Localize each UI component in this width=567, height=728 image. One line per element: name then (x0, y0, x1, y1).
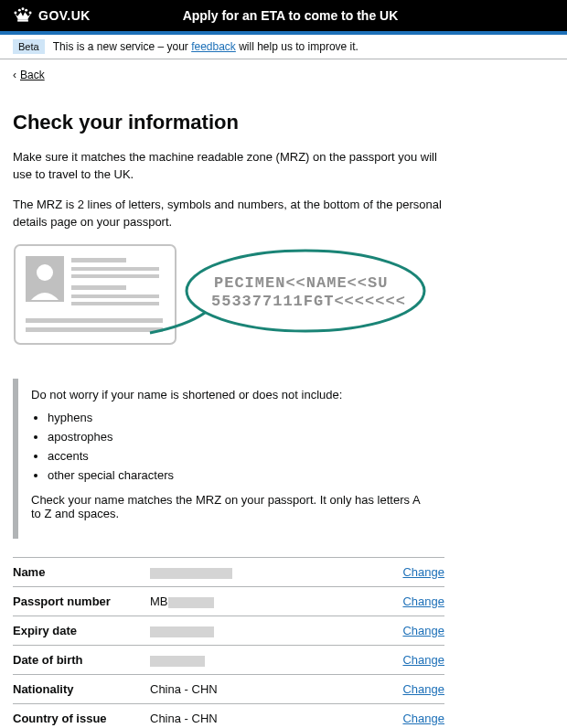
inset-text: Do not worry if your name is shortened o… (13, 379, 444, 539)
back-caret-icon: ‹ (13, 69, 16, 81)
inset-item: other special characters (48, 468, 432, 482)
govuk-logo-text: GOV.UK (38, 8, 91, 23)
summary-value: MB (150, 594, 402, 608)
summary-row: Country of issueChina - CHNChange (13, 704, 444, 728)
change-link[interactable]: Change (402, 565, 444, 579)
summary-value: China - CHN (150, 712, 402, 725)
svg-rect-10 (71, 267, 159, 271)
gov-header: GOV.UK Apply for an ETA to come to the U… (0, 0, 567, 31)
phase-banner: Beta This is a new service – your feedba… (0, 35, 567, 59)
svg-rect-13 (71, 294, 159, 298)
svg-point-3 (25, 9, 27, 12)
phase-text-before: This is a new service – your (53, 40, 191, 53)
beta-tag: Beta (13, 39, 45, 54)
svg-rect-9 (71, 258, 126, 262)
summary-row: NationalityChina - CHNChange (13, 675, 444, 704)
intro-text-2: The MRZ is 2 lines of letters, symbols a… (13, 197, 444, 231)
passport-mrz-illustration: PECIMEN<<NAME<<SU 553377111FGT<<<<<<< (13, 243, 444, 362)
svg-point-8 (37, 264, 53, 281)
summary-key: Expiry date (13, 624, 150, 637)
summary-key: Passport number (13, 594, 150, 608)
summary-key: Name (13, 565, 150, 579)
inset-tail: Check your name matches the MRZ on your … (31, 493, 432, 520)
summary-row: Passport numberMBChange (13, 587, 444, 616)
page-title: Check your information (13, 111, 444, 134)
change-link[interactable]: Change (402, 594, 444, 608)
summary-key: Date of birth (13, 653, 150, 667)
summary-value (150, 565, 402, 579)
summary-value: China - CHN (150, 682, 402, 696)
redacted-block (150, 656, 205, 667)
svg-rect-12 (71, 285, 126, 290)
service-name: Apply for an ETA to come to the UK (91, 8, 490, 23)
summary-value (150, 624, 402, 637)
change-link[interactable]: Change (402, 653, 444, 667)
feedback-link[interactable]: feedback (191, 40, 236, 53)
summary-list: NameChangePassport numberMBChangeExpiry … (13, 557, 444, 728)
inset-item: hyphens (48, 411, 432, 424)
phase-text-after: will help us to improve it. (236, 40, 358, 53)
svg-rect-15 (26, 318, 163, 323)
svg-rect-11 (71, 274, 159, 278)
summary-key: Country of issue (13, 712, 150, 725)
change-link[interactable]: Change (402, 712, 444, 725)
crown-icon (13, 7, 33, 24)
summary-value (150, 653, 402, 667)
svg-point-1 (18, 9, 21, 12)
inset-item: apostrophes (48, 430, 432, 444)
inset-list: hyphens apostrophes accents other specia… (48, 411, 432, 482)
svg-rect-16 (26, 327, 163, 332)
summary-row: Expiry dateChange (13, 616, 444, 646)
redacted-block (150, 568, 232, 579)
svg-text:PECIMEN<<NAME<<SU: PECIMEN<<NAME<<SU (214, 274, 388, 292)
summary-row: NameChange (13, 558, 444, 587)
svg-point-2 (22, 7, 25, 10)
govuk-logo[interactable]: GOV.UK (13, 7, 91, 24)
summary-row: Date of birthChange (13, 646, 444, 675)
change-link[interactable]: Change (402, 682, 444, 696)
intro-text-1: Make sure it matches the machine readabl… (13, 149, 444, 184)
inset-lead: Do not worry if your name is shortened o… (31, 388, 432, 401)
redacted-block (150, 626, 214, 637)
svg-rect-14 (71, 302, 159, 305)
inset-item: accents (48, 449, 432, 463)
svg-point-4 (29, 12, 32, 15)
redacted-block (168, 597, 214, 608)
svg-rect-5 (17, 19, 28, 21)
back-link[interactable]: Back (20, 69, 45, 81)
svg-point-0 (14, 12, 16, 15)
change-link[interactable]: Change (402, 624, 444, 637)
summary-key: Nationality (13, 682, 150, 696)
svg-text:553377111FGT<<<<<<<: 553377111FGT<<<<<<< (211, 293, 406, 310)
